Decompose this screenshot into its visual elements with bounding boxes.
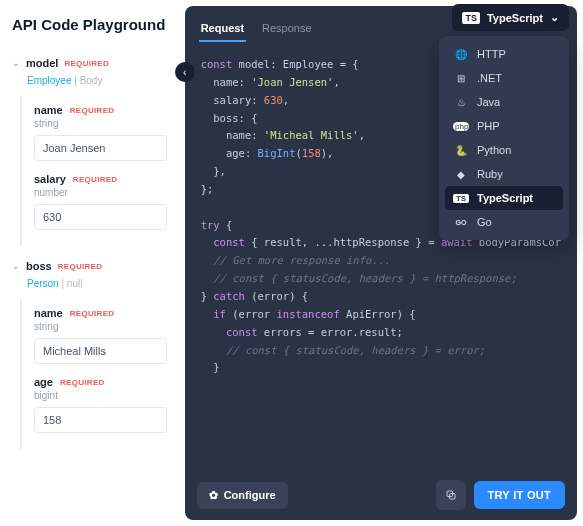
bottom-toolbar: ✿ Configure TRY IT OUT — [185, 470, 577, 520]
copy-button[interactable] — [436, 480, 466, 510]
java-icon: ♨ — [453, 97, 469, 108]
boss-age-input[interactable] — [34, 407, 167, 433]
lang-item-dotnet[interactable]: ⊞.NET — [445, 66, 563, 90]
section-boss-header[interactable]: ⌄ boss REQUIRED — [12, 260, 167, 272]
model-name-input[interactable] — [34, 135, 167, 161]
code-panel: TS TypeScript ⌄ 🌐HTTP ⊞.NET ♨Java phpPHP… — [185, 6, 577, 520]
php-icon: php — [453, 122, 469, 131]
try-it-out-button[interactable]: TRY IT OUT — [474, 481, 566, 509]
model-salary-input[interactable] — [34, 204, 167, 230]
tab-request[interactable]: Request — [199, 16, 246, 42]
ruby-icon: ◆ — [453, 169, 469, 180]
gear-icon: ✿ — [209, 489, 218, 502]
form-sidebar: API Code Playground ⌄ model REQUIRED Emp… — [0, 0, 179, 526]
section-model: ⌄ model REQUIRED Employee | Body name RE… — [12, 57, 167, 246]
typescript-icon: TS — [453, 194, 469, 203]
field-boss-age: age REQUIRED bigint — [34, 376, 167, 433]
language-button[interactable]: TS TypeScript ⌄ — [452, 4, 569, 31]
chevron-down-icon: ⌄ — [12, 58, 20, 68]
field-model-name: name REQUIRED string — [34, 104, 167, 161]
field-boss-name: name REQUIRED string — [34, 307, 167, 364]
language-selector: TS TypeScript ⌄ 🌐HTTP ⊞.NET ♨Java phpPHP… — [452, 4, 569, 31]
python-icon: 🐍 — [453, 145, 469, 156]
go-icon: GO — [453, 219, 469, 226]
section-model-header[interactable]: ⌄ model REQUIRED — [12, 57, 167, 69]
language-dropdown: 🌐HTTP ⊞.NET ♨Java phpPHP 🐍Python ◆Ruby T… — [439, 36, 569, 240]
globe-icon: 🌐 — [453, 49, 469, 60]
chevron-down-icon: ⌄ — [550, 11, 559, 24]
chevron-down-icon: ⌄ — [12, 261, 20, 271]
required-badge: REQUIRED — [64, 59, 109, 68]
copy-icon — [445, 489, 457, 501]
configure-button[interactable]: ✿ Configure — [197, 482, 288, 509]
collapse-handle[interactable]: ‹ — [175, 62, 195, 82]
tab-response[interactable]: Response — [260, 16, 314, 42]
lang-item-php[interactable]: phpPHP — [445, 114, 563, 138]
section-label: model — [26, 57, 58, 69]
lang-item-http[interactable]: 🌐HTTP — [445, 42, 563, 66]
typescript-badge-icon: TS — [462, 12, 480, 24]
lang-item-ruby[interactable]: ◆Ruby — [445, 162, 563, 186]
boss-fields: name REQUIRED string age REQUIRED bigint — [20, 299, 167, 449]
field-model-salary: salary REQUIRED number — [34, 173, 167, 230]
windows-icon: ⊞ — [453, 73, 469, 84]
page-title: API Code Playground — [12, 16, 167, 33]
boss-name-input[interactable] — [34, 338, 167, 364]
type-line: Person | null — [27, 278, 167, 289]
lang-item-go[interactable]: GOGo — [445, 210, 563, 234]
lang-item-python[interactable]: 🐍Python — [445, 138, 563, 162]
section-boss: ⌄ boss REQUIRED Person | null name REQUI… — [12, 260, 167, 449]
lang-item-typescript[interactable]: TSTypeScript — [445, 186, 563, 210]
model-fields: name REQUIRED string salary REQUIRED num… — [20, 96, 167, 246]
chevron-left-icon: ‹ — [183, 67, 186, 78]
type-line: Employee | Body — [27, 75, 167, 86]
lang-item-java[interactable]: ♨Java — [445, 90, 563, 114]
